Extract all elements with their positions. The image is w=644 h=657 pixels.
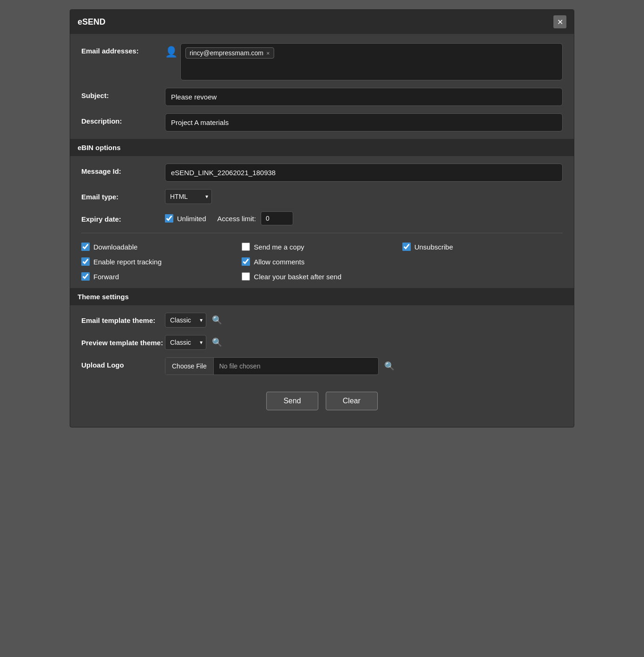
email-template-row: Email template theme: Classic Modern Min… <box>81 313 563 328</box>
message-id-label: Message Id: <box>81 164 165 175</box>
no-file-text: No file chosen <box>214 362 266 370</box>
clear-button[interactable]: Clear <box>326 392 378 410</box>
expiry-wrap: Unlimited Access limit: <box>165 211 563 225</box>
allow-comments-label[interactable]: Allow comments <box>242 257 402 266</box>
email-type-wrap: HTML Plain Text <box>165 189 563 204</box>
downloadable-label[interactable]: Downloadable <box>81 243 242 251</box>
downloadable-checkbox[interactable] <box>81 243 90 251</box>
unsubscribe-checkbox[interactable] <box>402 243 411 251</box>
email-tag-remove[interactable]: × <box>266 50 270 57</box>
checkboxes-grid: Downloadable Send me a copy Unsubscribe … <box>81 241 563 288</box>
clear-basket-checkbox[interactable] <box>242 272 250 281</box>
description-input[interactable] <box>165 113 563 131</box>
file-input-box: Choose File No file chosen <box>165 357 379 375</box>
unsubscribe-label[interactable]: Unsubscribe <box>402 243 563 251</box>
enable-report-label[interactable]: Enable report tracking <box>81 257 242 266</box>
expiry-date-row: Expiry date: Unlimited Access limit: <box>81 211 563 225</box>
message-id-wrap <box>165 164 563 182</box>
send-button[interactable]: Send <box>266 392 318 410</box>
subject-input-wrap <box>165 88 563 106</box>
upload-logo-search-button[interactable]: 🔍 <box>383 360 395 372</box>
empty-cell <box>402 257 563 266</box>
form-body: Email addresses: 👤 rincy@empressmam.com … <box>70 34 574 427</box>
preview-template-wrap: Classic Modern Minimal 🔍 <box>165 335 563 350</box>
description-label: Description: <box>81 113 165 125</box>
email-addresses-row: Email addresses: 👤 rincy@empressmam.com … <box>81 43 563 80</box>
allow-comments-checkbox[interactable] <box>242 257 250 266</box>
clear-basket-label[interactable]: Clear your basket after send <box>242 272 402 281</box>
access-limit-label: Access limit: <box>217 215 256 223</box>
ebin-section-header: eBIN options <box>70 139 574 156</box>
email-template-search-button[interactable]: 🔍 <box>211 314 223 326</box>
email-type-select-wrap: HTML Plain Text <box>165 189 212 204</box>
expiry-label: Expiry date: <box>81 211 165 223</box>
email-type-row: Email type: HTML Plain Text <box>81 189 563 204</box>
description-input-wrap <box>165 113 563 131</box>
preview-template-label: Preview template theme: <box>81 335 165 347</box>
subject-input[interactable] <box>165 88 563 106</box>
bottom-actions: Send Clear <box>81 382 563 418</box>
forward-checkbox[interactable] <box>81 272 90 281</box>
dialog-title: eSEND <box>78 17 105 27</box>
subject-row: Subject: <box>81 88 563 106</box>
file-input-wrap: Choose File No file chosen 🔍 <box>165 357 563 375</box>
unsubscribe-text: Unsubscribe <box>414 243 453 251</box>
choose-file-button[interactable]: Choose File <box>165 358 214 374</box>
email-template-wrap: Classic Modern Minimal 🔍 <box>165 313 563 328</box>
subject-label: Subject: <box>81 88 165 99</box>
divider <box>81 233 563 233</box>
clear-basket-text: Clear your basket after send <box>254 273 341 281</box>
preview-template-row: Preview template theme: Classic Modern M… <box>81 335 563 350</box>
title-bar: eSEND ✕ <box>70 10 574 34</box>
email-label: Email addresses: <box>81 43 165 55</box>
expiry-controls: Unlimited Access limit: <box>165 211 563 225</box>
expiry-unlimited-text: Unlimited <box>177 215 206 223</box>
enable-report-checkbox[interactable] <box>81 257 90 266</box>
email-input-box[interactable]: rincy@empressmam.com × <box>180 43 563 80</box>
preview-template-select[interactable]: Classic Modern Minimal <box>165 335 206 350</box>
email-type-label: Email type: <box>81 189 165 201</box>
description-row: Description: <box>81 113 563 131</box>
send-me-copy-text: Send me a copy <box>254 243 304 251</box>
upload-logo-label: Upload Logo <box>81 357 165 369</box>
forward-label[interactable]: Forward <box>81 272 242 281</box>
theme-section-header: Theme settings <box>70 288 574 305</box>
esend-dialog: eSEND ✕ Email addresses: 👤 rincy@empress… <box>70 9 574 427</box>
email-input-wrap: rincy@empressmam.com × <box>180 43 563 80</box>
forward-text: Forward <box>93 273 119 281</box>
access-limit-input[interactable] <box>261 211 293 225</box>
close-button[interactable]: ✕ <box>553 15 566 28</box>
contacts-icon[interactable]: 👤 <box>165 46 177 58</box>
preview-template-controls: Classic Modern Minimal 🔍 <box>165 335 563 350</box>
email-template-select-wrap: Classic Modern Minimal <box>165 313 206 328</box>
access-limit-group: Access limit: <box>217 211 293 225</box>
allow-comments-text: Allow comments <box>254 258 304 266</box>
downloadable-text: Downloadable <box>93 243 138 251</box>
expiry-unlimited-label[interactable]: Unlimited <box>165 214 206 223</box>
email-tag: rincy@empressmam.com × <box>185 47 274 59</box>
email-template-select[interactable]: Classic Modern Minimal <box>165 313 206 328</box>
preview-template-select-wrap: Classic Modern Minimal <box>165 335 206 350</box>
message-id-input[interactable] <box>165 164 563 182</box>
email-template-controls: Classic Modern Minimal 🔍 <box>165 313 563 328</box>
upload-logo-row: Upload Logo Choose File No file chosen 🔍 <box>81 357 563 375</box>
email-type-select[interactable]: HTML Plain Text <box>165 189 212 204</box>
send-me-copy-checkbox[interactable] <box>242 243 250 251</box>
message-id-row: Message Id: <box>81 164 563 182</box>
email-template-label: Email template theme: <box>81 313 165 324</box>
email-tag-value: rincy@empressmam.com <box>190 49 263 57</box>
expiry-unlimited-checkbox[interactable] <box>165 214 173 223</box>
enable-report-text: Enable report tracking <box>93 258 162 266</box>
preview-template-search-button[interactable]: 🔍 <box>211 336 223 348</box>
upload-logo-wrap: Choose File No file chosen 🔍 <box>165 357 563 375</box>
send-me-copy-label[interactable]: Send me a copy <box>242 243 402 251</box>
